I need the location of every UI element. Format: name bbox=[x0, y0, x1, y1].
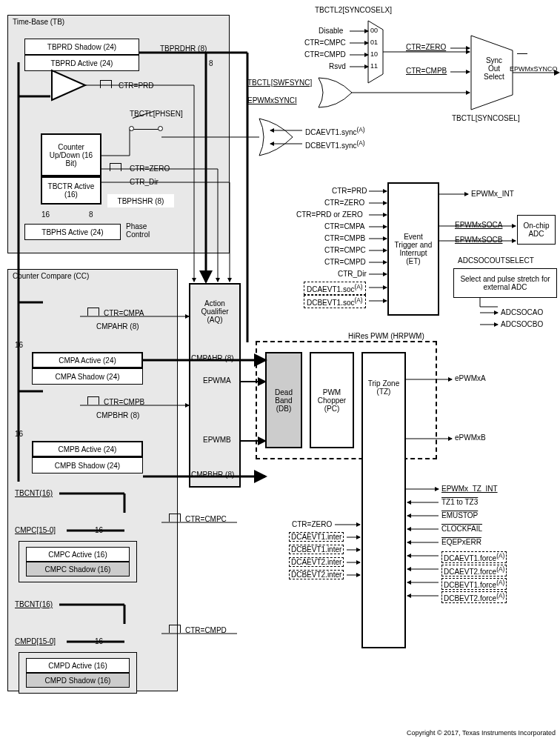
et-ctrprd: CTR=PRD bbox=[332, 187, 367, 195]
epwmxsoca-lbl: EPWMxSOCA bbox=[455, 221, 502, 229]
tbphs-lbl: TBPHS Active (24) bbox=[41, 228, 103, 236]
adcsocout-lbl: ADCSOCOUTSELECT bbox=[458, 256, 534, 265]
cc-bus16a: 16 bbox=[15, 341, 23, 349]
onchip-adc: On-chip ADC bbox=[517, 215, 556, 245]
mux01: 01 bbox=[370, 39, 378, 46]
cmpd-shadow: CMPD Shadow (16) bbox=[26, 673, 130, 688]
clockfail-lbl: CLOCKFAIL bbox=[441, 525, 482, 533]
emustop-lbl: EMUSTOP bbox=[441, 511, 478, 519]
adcsocao-lbl: ADCSOCAO bbox=[501, 308, 543, 316]
tbctl2-lbl: TBCTL2[SYNCOSELX] bbox=[315, 6, 392, 14]
pulse-icon-zero bbox=[110, 163, 121, 171]
cc-bus16c: 16 bbox=[95, 526, 103, 534]
cmpd-active: CMPD Active (16) bbox=[26, 658, 130, 673]
ctr-cmpb-lbl: CTR=CMPB bbox=[104, 398, 144, 406]
et-ctrprdzero: CTR=PRD or ZERO bbox=[296, 210, 363, 219]
phase-control-lbl: Phase Control bbox=[126, 222, 163, 239]
syncosel-lbl: TBCTL[SYNCOSEL] bbox=[452, 114, 520, 122]
epwm-tz-int-lbl: EPWMx_TZ_INT bbox=[441, 485, 498, 493]
cmpa-shadow: CMPA Shadow (24) bbox=[32, 368, 143, 385]
eqepxerr-lbl: EQEPxERR bbox=[441, 538, 481, 546]
hrpwm-title: HiRes PWM (HRPWM) bbox=[348, 332, 424, 340]
trip-zone: Trip Zone (TZ) bbox=[361, 352, 406, 648]
mux00: 00 bbox=[370, 27, 378, 34]
pulse-icon-prd bbox=[100, 80, 112, 88]
dcaevt2f-lbl: DCAEVT2.force(A) bbox=[441, 565, 507, 576]
et-ctrcmpa: CTR=CMPA bbox=[324, 222, 365, 230]
epwmxb-lbl: ePWMxB bbox=[455, 433, 486, 442]
onchip-adc-lbl: On-chip ADC bbox=[519, 222, 553, 238]
pwm-chopper: PWM Chopper (PC) bbox=[310, 352, 354, 448]
dcbevt1f-lbl: DCBEVT1.force(A) bbox=[441, 578, 507, 590]
switch-icon bbox=[131, 120, 161, 130]
select-stretch-lbl: Select and pulse stretch for external AD… bbox=[457, 275, 553, 291]
ctr-cmpd-lbl: CTR=CMPD bbox=[185, 626, 227, 634]
dcbevt1i-lbl: DCBEVT1.inter bbox=[289, 545, 344, 554]
epwmxa-lbl: ePWMxA bbox=[455, 374, 486, 382]
tbphshr-lbl: TBPHSHR (8) bbox=[118, 197, 164, 205]
tz-ctrzero-lbl: CTR=ZERO bbox=[292, 520, 332, 528]
cmpahr-lbl: CMPAHR (8) bbox=[96, 322, 139, 330]
et-ctrcmpd: CTR=CMPD bbox=[324, 258, 366, 266]
dcaevt1i-lbl: DCAEVT1.inter bbox=[289, 532, 344, 542]
sync-ctrcmpb: CTR=CMPB bbox=[406, 67, 447, 75]
dcaevt1f-lbl: DCAEVT1.force(A) bbox=[441, 551, 507, 563]
cmpb-shadow: CMPB Shadow (24) bbox=[32, 457, 143, 473]
ctr-cmpa-lbl: CTR=CMPA bbox=[104, 309, 144, 317]
adcsocbo-lbl: ADCSOCBO bbox=[501, 320, 543, 328]
dcaevt2i-lbl: DCAEVT2.inter bbox=[289, 557, 344, 567]
sync-ctrzero: CTR=ZERO bbox=[406, 43, 446, 51]
aq-title: Action Qualifier (AQ) bbox=[193, 299, 237, 324]
dcaevt1sync-lbl: DCAEVT1.sync(A) bbox=[305, 126, 365, 136]
cmpbhr-lbl: CMPBHR (8) bbox=[96, 411, 139, 419]
counter-updown: Counter Up/Down (16 Bit) bbox=[41, 133, 101, 176]
select-stretch: Select and pulse stretch for external AD… bbox=[453, 268, 557, 298]
sync-rsvd: Rsvd bbox=[329, 62, 346, 70]
ctr-zero-lbl: CTR=ZERO bbox=[130, 165, 170, 173]
sync-cmpd: CTR=CMPD bbox=[304, 50, 346, 59]
or-gate-dcevt-icon bbox=[259, 119, 293, 156]
mux11: 11 bbox=[370, 62, 378, 70]
action-qualifier: Action Qualifier (AQ) bbox=[189, 283, 241, 488]
pulse-synco bbox=[517, 53, 527, 54]
et-dca-dashed: DCAEVT1.soc(A) bbox=[304, 282, 366, 295]
pc-lbl: PWM Chopper (PC) bbox=[313, 388, 350, 413]
pulse-cmpb bbox=[87, 396, 99, 405]
tbctr-lbl: TBCTR Active (16) bbox=[44, 182, 99, 199]
et-ctrdir: CTR_Dir bbox=[338, 270, 367, 278]
cmpd-shadow-lbl: CMPD Shadow (16) bbox=[45, 677, 111, 685]
pulse-cmpa bbox=[87, 308, 99, 316]
cmpc-active-lbl: CMPC Active (16) bbox=[48, 551, 107, 559]
dcbevt1sync-lbl: DCBEVT1.sync(A) bbox=[305, 139, 365, 150]
ctr-cmpc-lbl: CTR=CMPC bbox=[185, 515, 227, 523]
pulse-cmpd bbox=[169, 625, 181, 633]
cc-bus16d: 16 bbox=[95, 637, 103, 645]
cmpa-active: CMPA Active (24) bbox=[32, 352, 143, 368]
epwmxsynco-lbl: EPWMxSYNCO bbox=[510, 65, 558, 73]
cmpd-active-lbl: CMPD Active (16) bbox=[48, 662, 107, 670]
et-ctrzero: CTR=ZERO bbox=[324, 199, 364, 207]
et-ctrcmpb: CTR=CMPB bbox=[324, 234, 365, 242]
cmpb-active-lbl: CMPB Active (24) bbox=[59, 445, 117, 453]
et-dcb-dashed: DCBEVT1.soc(A) bbox=[304, 295, 366, 308]
cmpa-active-lbl: CMPA Active (24) bbox=[59, 356, 116, 365]
tz1-tz3-lbl: TZ1 to TZ3 bbox=[441, 498, 478, 506]
cmpc-active: CMPC Active (16) bbox=[26, 547, 130, 562]
et-ctrcmpc: CTR=CMPC bbox=[324, 246, 366, 254]
epwmxsynci-lbl: EPWMxSYNCI bbox=[247, 96, 297, 104]
tbcnt1-lbl: TBCNT(16) bbox=[15, 489, 53, 497]
epwmx-int-lbl: EPWMx_INT bbox=[471, 190, 514, 198]
tbctr-active: TBCTR Active (16) bbox=[41, 176, 101, 205]
counter-lbl: Counter Up/Down (16 Bit) bbox=[44, 143, 99, 167]
group-counter-compare: Counter Compare (CC) bbox=[7, 269, 178, 691]
et-title: Event Trigger and Interrupt (ET) bbox=[393, 233, 434, 265]
sync-disable: Disable bbox=[319, 27, 343, 35]
or-gate-swfsync-icon bbox=[319, 78, 352, 107]
sync-cmpc: CTR=CMPC bbox=[304, 39, 346, 47]
ctr-prd-lbl: CTR=PRD bbox=[119, 82, 154, 90]
tb-bus8a: 8 bbox=[89, 210, 93, 219]
mux10: 10 bbox=[370, 50, 378, 58]
dead-band: Dead Band (DB) bbox=[265, 352, 302, 448]
db-lbl: Dead Band (DB) bbox=[269, 388, 299, 413]
event-trigger: Event Trigger and Interrupt (ET) bbox=[387, 182, 439, 316]
